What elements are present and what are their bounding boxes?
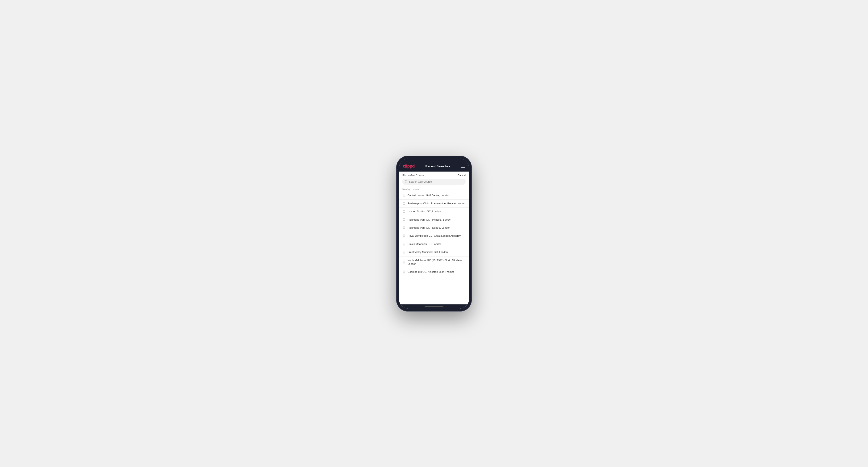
header-title: Recent Searches — [426, 164, 450, 168]
svg-point-7 — [404, 235, 404, 236]
location-pin-icon — [402, 251, 406, 254]
svg-point-10 — [404, 261, 404, 262]
nearby-label: Nearby courses — [399, 186, 469, 192]
svg-point-4 — [404, 211, 404, 212]
phone-screen: clippd Recent Searches Find a Golf Cours… — [399, 159, 469, 309]
course-name: Richmond Park GC - Prince's, Surrey — [408, 218, 451, 222]
course-name: Brent Valley Municipal GC, London — [408, 250, 448, 254]
svg-point-11 — [404, 271, 404, 272]
svg-point-5 — [404, 219, 404, 219]
course-name: Dukes Meadows GC, London — [408, 242, 441, 246]
search-icon — [405, 180, 408, 183]
menu-line-2 — [461, 166, 465, 166]
location-pin-icon — [402, 194, 406, 197]
search-input[interactable] — [409, 180, 463, 183]
course-list-item[interactable]: Royal Wimbledon GC, Great London Authori… — [399, 232, 469, 240]
location-pin-icon — [402, 243, 406, 246]
course-name: Richmond Park GC - Duke's, London — [408, 226, 450, 229]
location-pin-icon — [402, 271, 406, 274]
course-list-item[interactable]: Coombe Hill GC, Kingston upon Thames — [399, 268, 469, 276]
find-label: Find a Golf Course — [402, 174, 424, 177]
menu-line-3 — [461, 167, 465, 167]
course-list-item[interactable]: London Scottish GC, London — [399, 208, 469, 216]
svg-line-1 — [407, 182, 407, 183]
course-list-item[interactable]: Central London Golf Centre, London — [399, 192, 469, 199]
location-pin-icon — [402, 210, 406, 213]
svg-point-3 — [404, 203, 404, 203]
app-logo: clippd — [403, 164, 415, 169]
location-pin-icon — [402, 234, 406, 238]
course-list-item[interactable]: Richmond Park GC - Duke's, London — [399, 224, 469, 232]
search-section: Find a Golf Course Cancel — [399, 172, 469, 186]
location-pin-icon — [402, 202, 406, 205]
course-list-item[interactable]: Roehampton Club - Roehampton, Greater Lo… — [399, 199, 469, 208]
home-bar — [425, 306, 443, 307]
svg-point-6 — [404, 227, 404, 228]
course-name: Coombe Hill GC, Kingston upon Thames — [408, 270, 455, 274]
cancel-button[interactable]: Cancel — [458, 174, 466, 177]
course-list-item[interactable]: Richmond Park GC - Prince's, Surrey — [399, 216, 469, 224]
course-list-item[interactable]: Brent Valley Municipal GC, London — [399, 248, 469, 256]
app-header: clippd Recent Searches — [399, 161, 469, 172]
svg-point-9 — [404, 252, 404, 252]
svg-point-8 — [404, 243, 404, 244]
status-bar — [399, 159, 469, 161]
course-list: Central London Golf Centre, London Roeha… — [399, 192, 469, 304]
search-bar — [402, 179, 466, 185]
course-name: Roehampton Club - Roehampton, Greater Lo… — [408, 202, 465, 205]
course-list-item[interactable]: North Middlesex GC (1011942 - North Midd… — [399, 256, 469, 268]
location-pin-icon — [402, 218, 406, 221]
menu-icon[interactable] — [461, 165, 465, 167]
svg-point-2 — [404, 195, 404, 195]
find-row: Find a Golf Course Cancel — [402, 174, 466, 177]
course-name: Central London Golf Centre, London — [408, 194, 450, 197]
phone-frame: clippd Recent Searches Find a Golf Cours… — [396, 156, 472, 311]
course-list-item[interactable]: Dukes Meadows GC, London — [399, 240, 469, 248]
course-name: London Scottish GC, London — [408, 210, 441, 213]
menu-line-1 — [461, 165, 465, 165]
location-pin-icon — [402, 226, 406, 229]
home-indicator — [399, 304, 469, 309]
location-pin-icon — [402, 260, 406, 264]
course-name: North Middlesex GC (1011942 - North Midd… — [408, 259, 466, 266]
course-name: Royal Wimbledon GC, Great London Authori… — [408, 234, 461, 238]
